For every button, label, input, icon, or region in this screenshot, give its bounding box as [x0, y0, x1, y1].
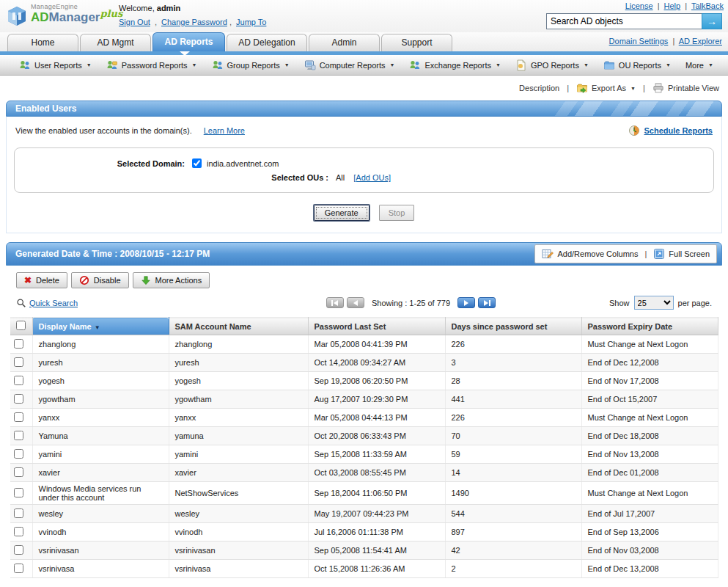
password-reports-icon — [106, 59, 118, 71]
tab-ad-reports[interactable]: AD Reports — [152, 32, 225, 51]
search-go-button[interactable]: → — [702, 13, 722, 29]
utility-links: License | Help | TalkBack — [625, 1, 724, 10]
jump-to-link[interactable]: Jump To — [236, 18, 266, 26]
select-all-checkbox[interactable] — [16, 321, 26, 330]
cell-expiry-date: Must Change at Next Logon — [581, 335, 718, 354]
generate-button[interactable]: Generate — [314, 205, 369, 221]
row-checkbox[interactable] — [14, 508, 23, 518]
cell-expiry-date: End of Dec 18,2008 — [581, 427, 718, 445]
next-page-button[interactable] — [457, 297, 475, 308]
col-display-name[interactable]: Display Name▼ — [32, 318, 169, 335]
tab-support[interactable]: Support — [381, 34, 452, 51]
menu-user-reports[interactable]: User Reports▼ — [19, 59, 92, 71]
change-password-link[interactable]: Change Password — [161, 18, 227, 26]
row-select-cell — [10, 482, 32, 505]
tab-ad-mgmt[interactable]: AD Mgmt — [80, 34, 151, 51]
delete-button[interactable]: ✖Delete — [16, 272, 67, 288]
description-link[interactable]: Description — [519, 84, 559, 92]
per-page-select[interactable]: 25 — [634, 296, 674, 310]
col-password-last-set[interactable]: Password Last Set — [308, 318, 445, 335]
schedule-reports-link[interactable]: Schedule Reports — [644, 126, 713, 135]
export-as-menu[interactable]: Export As▼ — [576, 82, 636, 94]
search-input[interactable] — [546, 13, 702, 29]
row-checkbox[interactable] — [14, 488, 23, 497]
full-screen-link[interactable]: Full Screen — [653, 248, 710, 260]
row-checkbox[interactable] — [14, 564, 23, 573]
prev-page-button[interactable] — [347, 297, 364, 308]
cell-days-since: 226 — [445, 335, 581, 354]
domain-name: india.adventnet.com — [207, 159, 279, 168]
cell-display-name: vvinodh — [32, 523, 169, 542]
row-select-cell — [10, 542, 32, 560]
help-link[interactable]: Help — [664, 1, 681, 10]
row-checkbox[interactable] — [14, 412, 23, 422]
cell-expiry-date: End of Jul 17,2007 — [581, 505, 718, 523]
context-links: Domain Settings | AD Explorer — [609, 37, 722, 45]
view-actions-row: Description | Export As▼ | Printable Vie… — [0, 76, 728, 101]
menu-exchange-reports[interactable]: Exchange Reports▼ — [409, 59, 500, 71]
cell-password-last-set: Aug 17,2007 10:29:30 PM — [308, 390, 445, 409]
row-select-cell — [10, 445, 32, 464]
ad-explorer-link[interactable]: AD Explorer — [679, 37, 722, 45]
active-tab-notch — [180, 51, 190, 56]
ous-value: All — [336, 173, 345, 182]
row-checkbox[interactable] — [14, 527, 23, 536]
row-checkbox[interactable] — [14, 339, 23, 349]
welcome-block: Welcome, admin Sign Out , Change Passwor… — [119, 4, 266, 26]
showing-status: Showing : 1-25 of 779 — [372, 299, 450, 307]
more-actions-button[interactable]: More Actions — [133, 272, 210, 288]
menu-ou-reports[interactable]: OU Reports▼ — [603, 59, 671, 71]
quick-search-link[interactable]: Quick Search — [29, 299, 78, 307]
menu-group-reports[interactable]: Group Reports▼ — [212, 59, 290, 71]
license-link[interactable]: License — [625, 1, 653, 10]
table-row: wesley wesley May 19,2007 09:44:23 PM 54… — [10, 505, 718, 523]
row-checkbox[interactable] — [14, 467, 23, 477]
row-checkbox[interactable] — [14, 449, 23, 459]
col-days-since[interactable]: Days since password set — [445, 318, 581, 335]
delete-x-icon: ✖ — [24, 275, 32, 285]
cell-expiry-date: Must Change at Next Logon — [581, 482, 718, 505]
tab-ad-delegation[interactable]: AD Delegation — [227, 34, 307, 51]
add-ous-link[interactable]: [Add OUs] — [353, 173, 391, 182]
menu-gpo-reports[interactable]: GPO Reports▼ — [515, 59, 589, 71]
welcome-label: Welcome, — [119, 4, 155, 12]
domain-checkbox[interactable] — [192, 158, 202, 168]
row-checkbox[interactable] — [14, 357, 23, 367]
results-table: Display Name▼ SAM Account Name Password … — [10, 317, 718, 578]
col-expiry-date[interactable]: Password Expiry Date — [581, 318, 718, 335]
cell-days-since: 3 — [445, 354, 581, 372]
tab-admin[interactable]: Admin — [309, 34, 380, 51]
brand-ad: AD — [31, 10, 49, 24]
cell-password-last-set: Oct 20,2008 06:33:43 PM — [308, 427, 445, 445]
stop-button[interactable]: Stop — [379, 205, 415, 221]
row-checkbox[interactable] — [14, 376, 23, 385]
learn-more-link[interactable]: Learn More — [204, 126, 245, 135]
table-header-row: Display Name▼ SAM Account Name Password … — [10, 318, 718, 335]
col-sam-account[interactable]: SAM Account Name — [169, 318, 308, 335]
add-remove-columns-link[interactable]: Add/Remove Columns — [542, 248, 638, 260]
sign-out-link[interactable]: Sign Out — [119, 18, 150, 26]
printable-view-link[interactable]: Printable View — [652, 82, 719, 94]
cell-display-name: vsrinivasa — [32, 560, 169, 578]
group-reports-icon — [212, 59, 224, 71]
menu-computer-reports[interactable]: Computer Reports▼ — [304, 59, 395, 71]
disable-button[interactable]: Disable — [71, 272, 129, 288]
first-page-button[interactable] — [326, 297, 344, 308]
row-checkbox[interactable] — [14, 431, 23, 440]
cell-password-last-set: Sep 18,2004 11:06:50 PM — [308, 482, 445, 505]
table-controls-row: Quick Search Showing : 1-25 of 779 Show … — [6, 288, 722, 314]
talkback-link[interactable]: TalkBack — [691, 1, 724, 10]
row-checkbox[interactable] — [14, 545, 23, 555]
row-select-cell — [10, 390, 32, 409]
cell-expiry-date: End of Nov 17,2008 — [581, 372, 718, 390]
menu-password-reports[interactable]: Password Reports▼ — [106, 59, 197, 71]
cell-display-name: wesley — [32, 505, 169, 523]
domain-settings-link[interactable]: Domain Settings — [609, 37, 669, 45]
tab-home[interactable]: Home — [7, 34, 78, 51]
ad-search: → — [546, 13, 722, 29]
row-checkbox[interactable] — [14, 394, 23, 404]
menu-more[interactable]: More▼ — [685, 61, 713, 70]
row-select-cell — [10, 523, 32, 542]
last-page-button[interactable] — [478, 297, 496, 308]
per-page-suffix: per page. — [678, 299, 712, 307]
